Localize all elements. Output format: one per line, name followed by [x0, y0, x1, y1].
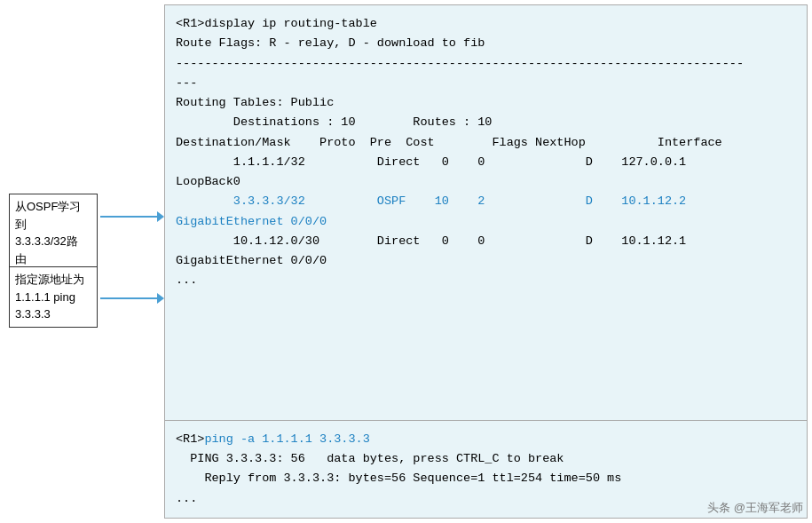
terminal-lower-content: <R1>ping -a 1.1.1.1 3.3.3.3 PING 3.3.3.3… — [176, 430, 796, 509]
table-header: Destination/Mask Proto Pre Cost Flags Ne… — [176, 136, 722, 149]
upper-ellipsis: ... — [176, 273, 197, 287]
lower-line1: PING 3.3.3.3: 56 data bytes, press CTRL_… — [176, 452, 564, 465]
watermark: 头条 @王海军老师 — [707, 500, 803, 516]
main-container: 从OSPF学习到 3.3.3.3/32路 由 指定源地址为 1.1.1.1 pi… — [0, 0, 812, 523]
upper-line4: --- — [176, 76, 197, 90]
annotation-1-text: 从OSPF学习到 — [15, 200, 81, 231]
arrow-2-line — [100, 297, 157, 299]
annotation-2-text2: 1.1.1.1 ping — [15, 290, 75, 304]
annotation-2-text: 指定源地址为 — [15, 273, 84, 286]
terminal-upper: <R1>display ip routing-table Route Flags… — [165, 5, 807, 421]
upper-line1: <R1>display ip routing-table — [176, 17, 377, 30]
left-panel: 从OSPF学习到 3.3.3.3/32路 由 指定源地址为 1.1.1.1 pi… — [0, 0, 164, 523]
arrow-1-head — [157, 211, 164, 222]
row2: 3.3.3.3/32 OSPF 10 2 D 10.1.12.2 — [176, 194, 686, 208]
arrow-1 — [100, 211, 164, 222]
annotation-box-1: 从OSPF学习到 3.3.3.3/32路 由 — [9, 194, 98, 272]
annotation-2-text3: 3.3.3.3 — [15, 307, 51, 321]
lower-prompt: <R1> — [176, 432, 204, 446]
arrow-2-head — [157, 293, 164, 304]
row1-iface: LoopBack0 — [176, 175, 240, 188]
lower-line2: Reply from 3.3.3.3: bytes=56 Sequence=1 … — [176, 471, 621, 485]
terminal-area: <R1>display ip routing-table Route Flags… — [164, 4, 808, 519]
destinations-label: Destinations : 10 Routes : 10 — [233, 115, 493, 129]
annotation-1-text3: 由 — [15, 252, 27, 265]
upper-line3: ----------------------------------------… — [176, 57, 744, 70]
terminal-upper-content: <R1>display ip routing-table Route Flags… — [176, 14, 796, 291]
upper-line2: Route Flags: R - relay, D - download to … — [176, 36, 485, 50]
lower-cmd: ping -a 1.1.1.1 3.3.3.3 — [204, 432, 369, 446]
row3-iface: GigabitEthernet 0/0/0 — [176, 254, 327, 267]
upper-line5: Routing Tables: Public — [176, 96, 334, 109]
lower-ellipsis: ... — [176, 492, 197, 505]
annotation-box-2: 指定源地址为 1.1.1.1 ping 3.3.3.3 — [9, 266, 98, 328]
row2-iface: GigabitEthernet 0/0/0 — [176, 215, 327, 228]
arrow-2 — [100, 293, 164, 304]
row3: 10.1.12.0/30 Direct 0 0 D 10.1.12.1 — [176, 234, 686, 248]
annotation-1-text2: 3.3.3.3/32路 — [15, 234, 78, 248]
arrow-1-line — [100, 216, 157, 218]
row1: 1.1.1.1/32 Direct 0 0 D 127.0.0.1 — [176, 155, 686, 169]
